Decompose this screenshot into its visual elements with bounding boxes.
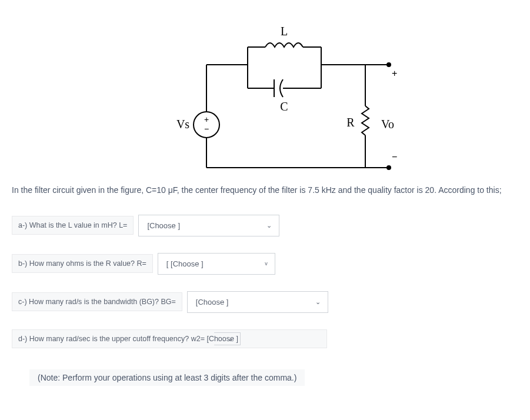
question-c-label: c-) How many rad/s is the bandwidth (BG)… bbox=[12, 292, 182, 311]
question-d-row: d-) How many rad/sec is the upper cutoff… bbox=[12, 329, 518, 348]
label-Vs: Vs bbox=[176, 118, 189, 131]
question-a-placeholder: [Choose ] bbox=[147, 221, 180, 230]
vo-minus: − bbox=[392, 152, 397, 162]
question-a-dropdown[interactable]: [Choose ] ⌄ bbox=[138, 215, 279, 236]
circuit-diagram: + − L C R Vs Vo + − bbox=[89, 12, 442, 176]
question-b-placeholder: [ [Choose ] bbox=[166, 259, 204, 268]
question-a-row: a-) What is the L value in mH? L= [Choos… bbox=[12, 215, 518, 236]
source-minus: − bbox=[204, 124, 208, 134]
chevron-down-icon: ⌄ bbox=[266, 222, 272, 229]
question-d-label-text: d-) How many rad/sec is the upper cutoff… bbox=[18, 335, 238, 343]
question-c-dropdown[interactable]: [Choose ] ⌄ bbox=[187, 291, 328, 313]
chevron-down-icon: ⌄ bbox=[315, 298, 321, 306]
question-d-label: d-) How many rad/sec is the upper cutoff… bbox=[12, 329, 327, 348]
label-Vo: Vo bbox=[381, 118, 394, 131]
chevron-down-icon: ⌄ bbox=[228, 335, 233, 342]
question-b-label: b-) How many ohms is the R value? R= bbox=[12, 254, 153, 273]
note-text: (Note: Perform your operations using at … bbox=[29, 369, 305, 386]
label-L: L bbox=[280, 25, 287, 38]
question-c-row: c-) How many rad/s is the bandwidth (BG)… bbox=[12, 291, 518, 313]
question-c-placeholder: [Choose ] bbox=[196, 298, 229, 306]
svg-point-18 bbox=[387, 63, 391, 66]
note-row: (Note: Perform your operations using at … bbox=[12, 369, 305, 386]
question-d-dropdown[interactable]: ⌄ bbox=[214, 332, 241, 345]
source-plus: + bbox=[204, 115, 208, 124]
question-b-row: b-) How many ohms is the R value? R= [ [… bbox=[12, 253, 518, 275]
svg-point-19 bbox=[387, 166, 391, 169]
label-R: R bbox=[346, 116, 355, 129]
circuit-svg: + − L C R Vs Vo + − bbox=[89, 12, 442, 176]
vo-plus: + bbox=[392, 68, 397, 78]
problem-statement: In the filter circuit given in the figur… bbox=[12, 182, 518, 198]
label-C: C bbox=[280, 100, 288, 113]
chevron-down-icon: v bbox=[265, 261, 268, 266]
question-a-label: a-) What is the L value in mH? L= bbox=[12, 216, 134, 235]
question-b-dropdown[interactable]: [ [Choose ] v bbox=[158, 253, 275, 275]
